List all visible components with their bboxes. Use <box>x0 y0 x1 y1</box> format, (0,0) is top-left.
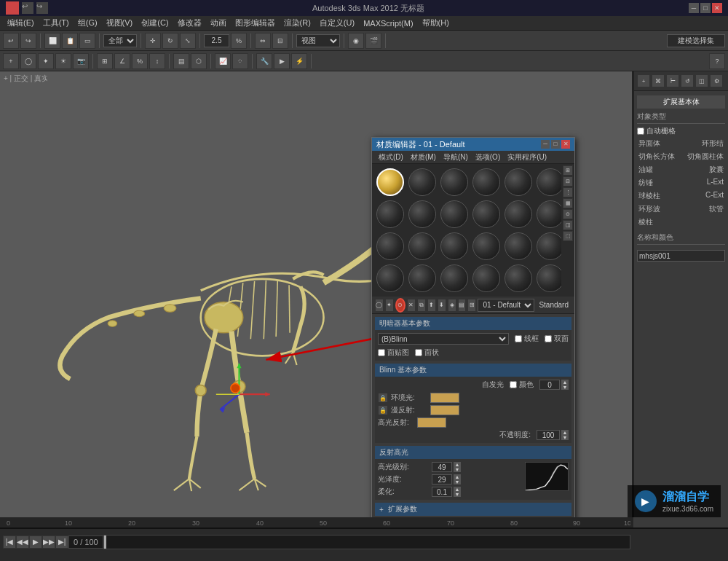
mat-sphere-8[interactable] <box>440 200 468 228</box>
rp-display-icon[interactable]: ◫ <box>695 74 708 87</box>
mat-sphere-1[interactable] <box>408 168 436 196</box>
time-display[interactable]: 0 / 100 <box>68 536 103 549</box>
prev-key-button[interactable]: ◀◀ <box>16 536 29 549</box>
mat-sphere-13[interactable] <box>408 232 436 260</box>
mat-get-from-scene[interactable]: ⬇ <box>438 299 446 312</box>
mat-sphere-5[interactable] <box>537 168 564 196</box>
mat-gloss-arrows[interactable]: ▲ ▼ <box>454 474 461 484</box>
mat-faceted-checkbox[interactable] <box>415 349 422 356</box>
mat-show-map[interactable]: ▤ <box>458 299 467 312</box>
rp-capsule[interactable]: 胶囊 <box>708 164 725 176</box>
rp-gengon[interactable]: 球棱柱 <box>637 190 662 202</box>
mat-spec-level-arrows[interactable]: ▲ ▼ <box>454 462 461 472</box>
redo-button[interactable]: ↪ <box>20 33 36 49</box>
menu-render[interactable]: 渲染(R) <box>280 16 315 30</box>
menu-maxscript[interactable]: MAXScript(M) <box>359 17 417 29</box>
angle-snap[interactable]: ∠ <box>114 53 130 69</box>
mat-sphere-18[interactable] <box>376 264 404 292</box>
mat-diffuse-swatch[interactable] <box>430 405 459 415</box>
material-editor-button[interactable]: ◉ <box>348 33 364 49</box>
mat-soften-arrows[interactable]: ▲ ▼ <box>454 487 461 497</box>
quick-access-undo[interactable]: ↩ <box>22 2 33 14</box>
mat-reflect-header[interactable]: 反射高光 <box>375 446 571 459</box>
mat-sphere-23[interactable] <box>537 264 564 292</box>
lights-button[interactable]: ☀ <box>55 53 71 69</box>
rp-hierarchy-icon[interactable]: ⊢ <box>666 74 679 87</box>
render-button[interactable]: 🎬 <box>365 33 381 49</box>
menu-view[interactable]: 视图(V) <box>102 16 138 30</box>
rp-c-ext[interactable]: C-Ext <box>704 190 725 202</box>
schematic-view[interactable]: ⬡ <box>191 53 207 69</box>
mat-sphere-16[interactable] <box>505 232 532 260</box>
mat-soften-input[interactable] <box>432 487 452 497</box>
mat-menu-utilities[interactable]: 实用程序(U) <box>504 151 550 164</box>
mat-name-dropdown[interactable]: 01 - Default <box>478 299 534 312</box>
viewport[interactable]: + | 正交 | 真实 <box>0 71 633 517</box>
prev-frame-button[interactable]: |◀ <box>3 536 16 549</box>
mat-sphere-12[interactable] <box>376 232 404 260</box>
select-filter-dropdown[interactable]: 全部 <box>103 34 137 47</box>
mat-ambient-lock[interactable]: 🔒 <box>378 393 388 403</box>
menu-edit[interactable]: 编辑(E) <box>3 16 39 30</box>
mat-ri-3[interactable]: ⋮ <box>563 187 573 197</box>
rp-motion-icon[interactable]: ↺ <box>681 74 694 87</box>
mat-sphere-9[interactable] <box>472 200 500 228</box>
mat-spec-level-down[interactable]: ▼ <box>454 467 461 472</box>
graph-editors[interactable]: 📈 <box>215 53 231 69</box>
rp-torus-knot[interactable]: 环形结 <box>700 138 725 149</box>
mat-menu-material[interactable]: 材质(M) <box>407 151 440 164</box>
mat-sample-type[interactable]: ◯ <box>375 299 384 312</box>
mat-menu-options[interactable]: 选项(O) <box>472 151 504 164</box>
quick-access-redo[interactable]: ↪ <box>36 2 48 14</box>
shapes-button[interactable]: ✦ <box>38 53 54 69</box>
mat-sphere-14[interactable] <box>440 232 468 260</box>
mat-sphere-20[interactable] <box>440 264 468 292</box>
mat-specular-swatch[interactable] <box>417 417 446 428</box>
mat-ri-1[interactable]: ⊞ <box>563 165 573 176</box>
mat-sphere-2[interactable] <box>440 168 468 196</box>
menu-create[interactable]: 创建(C) <box>137 16 173 30</box>
menu-modifiers[interactable]: 修改器 <box>173 16 206 30</box>
mat-sphere-7[interactable] <box>408 200 436 228</box>
rp-chamfer-cyl[interactable]: 切角圆柱体 <box>686 151 725 162</box>
cameras-button[interactable]: 📷 <box>73 53 89 69</box>
mat-opacity-down[interactable]: ▼ <box>561 435 569 440</box>
mat-shader-dropdown[interactable]: (B)Blinn <box>378 333 509 345</box>
mat-close-button[interactable]: ✕ <box>561 140 570 149</box>
mat-2side-checkbox[interactable] <box>545 335 552 342</box>
mat-make-unique[interactable]: ◈ <box>448 299 456 312</box>
mat-expand-params[interactable]: + 扩展参数 <box>375 503 571 516</box>
move-button[interactable]: ✛ <box>145 33 161 49</box>
mat-facemap-checkbox[interactable] <box>378 349 385 356</box>
mat-sphere-4[interactable] <box>505 168 532 196</box>
mat-sphere-21[interactable] <box>472 264 500 292</box>
window-controls[interactable]: ─ □ ✕ <box>689 3 722 13</box>
minimize-button[interactable]: ─ <box>689 3 699 13</box>
mat-sphere-0[interactable] <box>376 168 404 196</box>
mat-opacity-up[interactable]: ▲ <box>561 430 569 435</box>
mat-menu-nav[interactable]: 导航(N) <box>440 151 472 164</box>
mat-reset-btn[interactable]: ✕ <box>407 299 416 312</box>
mat-ri-2[interactable]: ⊟ <box>563 176 573 187</box>
rp-auto-grid-checkbox[interactable] <box>637 128 644 135</box>
percent-snap[interactable]: % <box>132 53 148 69</box>
close-button[interactable]: ✕ <box>712 3 722 13</box>
next-key-button[interactable]: ▶▶ <box>42 536 55 549</box>
select-by-name-button[interactable]: 📋 <box>62 33 78 49</box>
rp-oil-tank[interactable]: 油罐 <box>637 164 654 176</box>
mat-opacity-arrows[interactable]: ▲ ▼ <box>561 430 569 440</box>
help-button[interactable]: ? <box>709 53 725 69</box>
select-object-button[interactable]: ⬜ <box>44 33 60 49</box>
layer-manager[interactable]: ▤ <box>173 53 189 69</box>
mat-soften-down[interactable]: ▼ <box>454 492 461 497</box>
mirror-button[interactable]: ⇔ <box>255 33 271 49</box>
mat-soften-up[interactable]: ▲ <box>454 487 461 492</box>
menu-help[interactable]: 帮助(H) <box>418 16 454 30</box>
mat-editor-controls[interactable]: ─ □ ✕ <box>541 140 570 149</box>
play-button[interactable]: ▶ <box>29 536 42 549</box>
rp-soft-tube[interactable]: 软管 <box>708 203 725 215</box>
mat-sphere-11[interactable] <box>537 200 564 228</box>
create-button[interactable]: + <box>3 53 19 69</box>
mat-diffuse-lock[interactable]: 🔒 <box>378 405 388 415</box>
mat-ri-5[interactable]: ⊙ <box>563 209 573 219</box>
